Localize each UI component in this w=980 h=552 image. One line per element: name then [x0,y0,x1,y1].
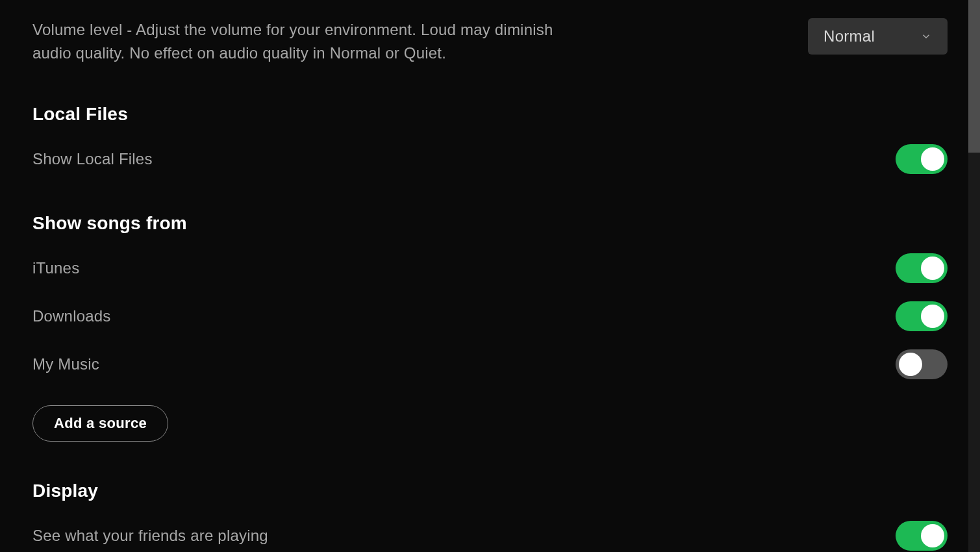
scrollbar-thumb[interactable] [968,0,980,153]
scrollbar-track[interactable] [968,0,980,552]
toggle-knob [921,305,944,328]
settings-content: Volume level - Adjust the volume for you… [0,0,980,551]
show-local-files-label: Show Local Files [32,150,153,168]
volume-level-row: Volume level - Adjust the volume for you… [32,18,948,65]
source-itunes-toggle[interactable] [896,253,948,283]
friends-playing-toggle[interactable] [896,521,948,551]
local-files-heading: Local Files [32,104,948,125]
display-heading: Display [32,481,948,501]
source-downloads-row: Downloads [32,301,948,331]
source-my-music-label: My Music [32,355,99,373]
friends-playing-label: See what your friends are playing [32,527,268,545]
volume-level-value: Normal [823,27,875,45]
toggle-knob [921,257,944,280]
source-downloads-label: Downloads [32,307,111,325]
source-my-music-row: My Music [32,349,948,379]
friends-playing-row: See what your friends are playing [32,521,948,551]
volume-level-description: Volume level - Adjust the volume for you… [32,18,572,65]
toggle-knob [921,524,944,547]
toggle-knob [899,353,922,376]
toggle-knob [921,147,944,171]
sources-list: iTunes Downloads My Music [32,253,948,379]
source-itunes-label: iTunes [32,259,79,277]
chevron-down-icon [920,31,932,42]
volume-level-dropdown[interactable]: Normal [808,18,948,55]
show-local-files-row: Show Local Files [32,144,948,174]
add-source-button[interactable]: Add a source [32,405,168,442]
source-my-music-toggle[interactable] [896,349,948,379]
show-songs-from-heading: Show songs from [32,213,948,234]
show-local-files-toggle[interactable] [896,144,948,174]
source-downloads-toggle[interactable] [896,301,948,331]
source-itunes-row: iTunes [32,253,948,283]
